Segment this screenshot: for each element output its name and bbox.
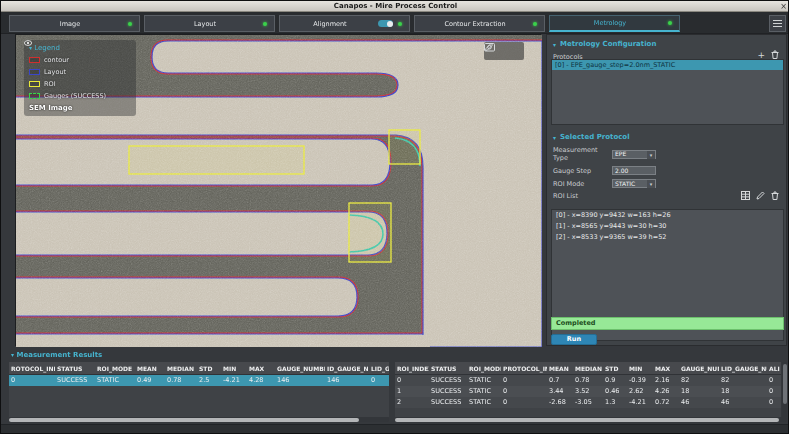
table-cell: 4.26 [653, 386, 679, 397]
chevron-down-icon: ▾ [647, 180, 655, 188]
column-header[interactable]: STATUS [429, 362, 467, 374]
table-cell: STATIC [95, 375, 135, 386]
table-cell: 0 [395, 375, 429, 386]
table-row[interactable]: 1SUCCESSSTATIC03.443.520.462.624.2618180 [395, 386, 781, 397]
run-button[interactable]: Run [551, 334, 597, 345]
table-cell: SUCCESS [55, 375, 95, 386]
edit-icon[interactable] [756, 191, 765, 200]
column-header[interactable]: STATUS [55, 362, 95, 374]
column-header[interactable]: MIN [627, 362, 653, 374]
grid-icon[interactable] [741, 191, 750, 200]
table-cell: 82 [719, 375, 767, 386]
column-header[interactable]: MAX [247, 362, 275, 374]
close-icon[interactable]: × [780, 1, 787, 12]
legend-title[interactable]: ▾ Legend [29, 44, 131, 52]
column-header[interactable]: GAUGE_NUMBER [679, 362, 719, 374]
column-header[interactable]: ROI_MODE [95, 362, 135, 374]
tab-layout[interactable]: Layout [144, 15, 275, 32]
column-header[interactable]: ALI [767, 362, 781, 374]
delete-roi-icon[interactable] [771, 191, 779, 200]
status-dot [398, 22, 402, 26]
pencil-icon[interactable] [484, 42, 494, 52]
legend-item[interactable]: Layout [29, 68, 131, 76]
column-header[interactable]: ROI_INDEX ▾ [395, 362, 429, 374]
roi-item[interactable]: [2] - x=8533 y=9365 w=39 h=52 [552, 232, 783, 243]
table-cell: STATIC [467, 397, 501, 408]
table-cell: 0 [501, 397, 547, 408]
hamburger-icon[interactable] [769, 15, 786, 32]
column-header[interactable]: LID_GAUGE_NUMB [719, 362, 767, 374]
status-dot [263, 22, 267, 26]
column-header[interactable]: LID_GAUGE_NUM A [369, 362, 389, 374]
window-bottom-edge [1, 424, 789, 434]
column-header[interactable]: MEAN [547, 362, 573, 374]
legend-item[interactable]: ROI [29, 80, 131, 88]
gauge-step-input[interactable] [612, 166, 656, 175]
status-bar: Completed [551, 317, 784, 330]
table-cell: 0 [767, 397, 781, 408]
table-cell: SUCCESS [429, 386, 467, 397]
table-cell: 0 [369, 375, 389, 386]
table-cell: 0 [9, 375, 55, 386]
measurement-results-title[interactable]: ▾ Measurement Results [11, 351, 102, 359]
delete-protocol-icon[interactable] [771, 50, 779, 59]
column-header[interactable]: ROI_MODE [467, 362, 501, 374]
legend-panel: ▾ Legend contourLayoutROIGauges (SUCCESS… [24, 40, 136, 116]
column-header[interactable]: PROTOCOL_INDEX [501, 362, 547, 374]
status-dot [668, 21, 672, 25]
legend-item[interactable]: Gauges (SUCCESS) [29, 92, 131, 100]
section-metrology-configuration[interactable]: ▾Metrology Configuration [547, 35, 786, 51]
table-cell: 0.9 [603, 375, 627, 386]
table-cell: 0.78 [573, 375, 603, 386]
table-header-row: ROTOCOL_INDE ▾STATUSROI_MODEMEANMEDIANST… [9, 362, 389, 375]
column-header[interactable]: MEAN [135, 362, 165, 374]
roi-item[interactable]: [0] - x=8390 y=9432 w=163 h=26 [552, 210, 783, 221]
add-protocol-icon[interactable]: + [757, 51, 765, 59]
gauge-step-label: Gauge Step [553, 167, 608, 175]
table-row[interactable]: 2SUCCESSSTATIC0-2.68-3.051.3-4.210.72464… [395, 397, 781, 408]
table-cell: 0.78 [165, 375, 197, 386]
table-cell: 2.16 [653, 375, 679, 386]
table-cell: 0.72 [653, 397, 679, 408]
table-cell: 18 [719, 386, 767, 397]
tab-image[interactable]: Image [9, 15, 140, 32]
legend-footer[interactable]: SEM Image [29, 104, 131, 112]
tab-label: Contour Extraction [422, 20, 528, 28]
alignment-toggle[interactable] [378, 20, 393, 27]
table-cell: -3.05 [573, 397, 603, 408]
left-table-hscrollbar[interactable] [9, 417, 389, 422]
column-header[interactable]: ROTOCOL_INDE ▾ [9, 362, 55, 374]
column-header[interactable]: ID_GAUGE_NUMI [325, 362, 369, 374]
legend-swatch [29, 81, 40, 87]
protocol-list[interactable]: [0] - EPE_gauge_step=2.0nm_STATIC [551, 59, 784, 125]
legend-item[interactable]: contour [29, 56, 131, 64]
section-selected-protocol[interactable]: ▾Selected Protocol [547, 128, 786, 144]
roi-item[interactable]: [1] - x=8565 y=9443 w=30 h=30 [552, 221, 783, 232]
right-table-hscrollbar[interactable] [395, 417, 787, 422]
column-header[interactable]: MEDIAN [165, 362, 197, 374]
column-header[interactable]: MAX [653, 362, 679, 374]
tab-alignment[interactable]: Alignment [279, 15, 410, 32]
column-header[interactable]: MIN [221, 362, 247, 374]
tab-metrology[interactable]: Metrology [549, 15, 680, 32]
column-header[interactable]: STD [197, 362, 221, 374]
table-cell: 1 [395, 386, 429, 397]
column-header[interactable]: STD [603, 362, 627, 374]
legend-item-label: contour [44, 56, 69, 64]
column-header[interactable]: GAUGE_NUMBER [275, 362, 325, 374]
table-cell: -0.39 [627, 375, 653, 386]
protocol-item[interactable]: [0] - EPE_gauge_step=2.0nm_STATIC [552, 60, 783, 70]
table-cell: 3.52 [573, 386, 603, 397]
right-table-vscrollbar[interactable] [782, 362, 787, 417]
tab-contour-extraction[interactable]: Contour Extraction [414, 15, 545, 32]
window-title: Canapos - Mire Process Control [334, 2, 457, 10]
table-row[interactable]: 0SUCCESSSTATIC00.70.780.9-0.392.1682820 [395, 375, 781, 386]
sem-image-view[interactable]: ▾ Legend contourLayoutROIGauges (SUCCESS… [15, 34, 541, 346]
column-header[interactable]: MEDIAN [573, 362, 603, 374]
measurement-type-select[interactable]: EPE▾ [612, 150, 656, 159]
table-row[interactable]: 0SUCCESSSTATIC0.490.782.5-4.214.28146146… [9, 375, 389, 386]
tab-label: Image [17, 20, 123, 28]
roi-mode-select[interactable]: STATIC▾ [612, 179, 656, 188]
chevron-down-icon: ▾ [553, 134, 556, 141]
legend-item-label: ROI [44, 80, 56, 88]
